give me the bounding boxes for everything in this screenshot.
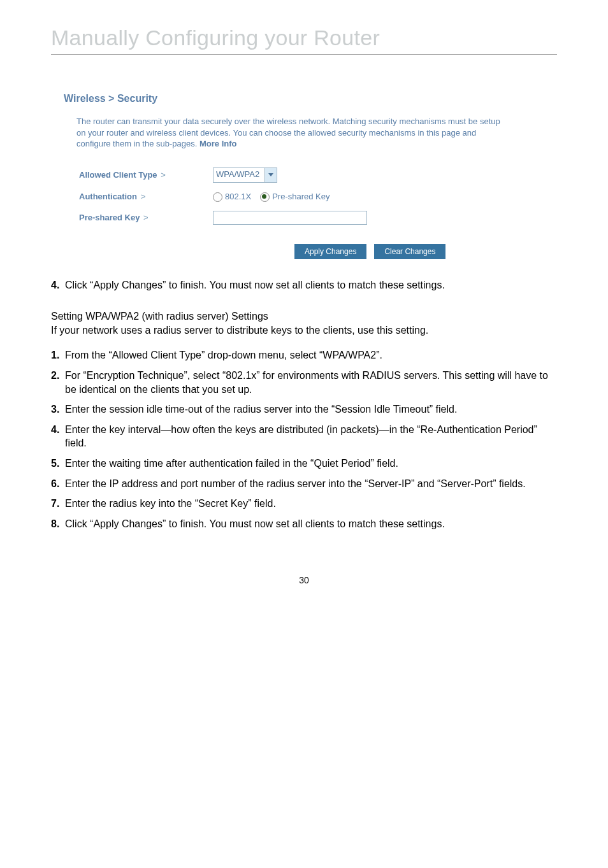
page-title: Manually Configuring your Router [51,25,557,50]
radio-psk[interactable]: Pre-shared Key [260,192,329,202]
label-psk: Pre-shared Key > [79,213,213,222]
item-text: Enter the radius key into the “Secret Ke… [65,497,557,511]
label-psk-text: Pre-shared Key [79,213,140,222]
item-text: Enter the IP address and port number of … [65,477,557,491]
body-content: 4. Click “Apply Changes” to finish. You … [51,278,557,531]
list-item: 2. For “Encryption Technique”, select “8… [51,369,557,396]
client-type-select[interactable]: WPA/WPA2 [213,167,277,183]
chevron-icon: > [161,170,166,180]
row-client-type: Allowed Client Type > WPA/WPA2 [79,167,544,183]
authentication-radio-group: 802.1X Pre-shared Key [213,192,330,202]
clear-changes-button[interactable]: Clear Changes [374,244,445,259]
item-number: 2. [51,369,65,396]
select-dropdown-button[interactable] [264,168,277,182]
list-item: 7. Enter the radius key into the “Secret… [51,497,557,511]
radio-8021x-label: 802.1X [225,192,251,201]
item-text: Enter the session idle time-out of the r… [65,402,557,416]
form-area: Allowed Client Type > WPA/WPA2 Authentic… [79,167,544,259]
list-item: 4. Enter the key interval—how often the … [51,423,557,450]
list-item: 1. From the “Allowed Client Type” drop-d… [51,348,557,362]
radio-psk-label: Pre-shared Key [272,192,329,201]
radius-intro: If your network uses a radius server to … [51,324,557,338]
more-info-link[interactable]: More Info [199,139,237,148]
radio-icon [213,192,222,202]
label-authentication-text: Authentication [79,192,137,201]
label-client-type: Allowed Client Type > [79,170,213,180]
page-number: 30 [51,575,557,585]
item-text: Enter the waiting time after authenticat… [65,457,557,471]
list-item: 3. Enter the session idle time-out of th… [51,402,557,416]
item-number: 5. [51,457,65,471]
radio-icon [260,192,270,202]
label-client-type-text: Allowed Client Type [79,170,157,180]
panel-desc-text: The router can transmit your data secure… [76,117,500,148]
radius-section-title: Setting WPA/WPA2 (with radius server) Se… [51,309,557,324]
list-item: 8. Click “Apply Changes” to finish. You … [51,517,557,531]
row-psk: Pre-shared Key > [79,211,544,225]
select-value: WPA/WPA2 [214,168,264,182]
title-divider [51,54,557,55]
item-number: 3. [51,402,65,416]
list-item: 4. Click “Apply Changes” to finish. You … [51,278,557,292]
item-text: For “Encryption Technique”, select “802.… [65,369,557,396]
item-text: Click “Apply Changes” to finish. You mus… [65,278,557,292]
row-authentication: Authentication > 802.1X Pre-shared Key [79,192,544,202]
item-number: 6. [51,477,65,491]
item-number: 4. [51,423,65,450]
item-text: Enter the key interval—how often the key… [65,423,557,450]
item-number: 8. [51,517,65,531]
button-row: Apply Changes Clear Changes [294,244,544,259]
list-item: 6. Enter the IP address and port number … [51,477,557,491]
apply-changes-button[interactable]: Apply Changes [294,244,366,259]
list-item: 5. Enter the waiting time after authenti… [51,457,557,471]
chevron-down-icon [268,173,273,176]
item-number: 1. [51,348,65,362]
radio-8021x[interactable]: 802.1X [213,192,251,202]
security-panel: Wireless > Security The router can trans… [64,93,544,259]
item-number: 4. [51,278,65,292]
item-text: From the “Allowed Client Type” drop-down… [65,348,557,362]
label-authentication: Authentication > [79,192,213,201]
panel-heading: Wireless > Security [64,93,544,104]
panel-description: The router can transmit your data secure… [76,116,510,150]
psk-input[interactable] [213,211,367,225]
item-text: Click “Apply Changes” to finish. You mus… [65,517,557,531]
chevron-icon: > [141,192,146,201]
chevron-icon: > [143,213,148,222]
item-number: 7. [51,497,65,511]
